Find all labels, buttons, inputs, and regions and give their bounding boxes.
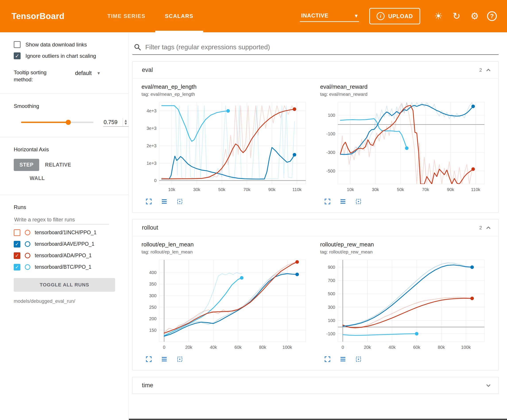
tag-filter-input[interactable] (145, 43, 497, 51)
tooltip-sorting-select[interactable]: default ▾ (75, 69, 100, 76)
svg-text:30k: 30k (372, 187, 379, 192)
section-body-eval: eval/mean_ep_length tag: eval/mean_ep_le… (133, 78, 498, 212)
chevron-down-icon: ▾ (97, 70, 100, 76)
section-header-rollout[interactable]: rollout 2 (133, 219, 498, 236)
run-checkbox[interactable]: ✓ (14, 264, 20, 270)
toggle-all-runs-button[interactable]: TOGGLE ALL RUNS (14, 278, 115, 292)
line-chart[interactable]: -500-300-10010010k30k50k70k90k110k (320, 99, 488, 194)
horizontal-axis-buttons-row2: WALL (0, 172, 129, 185)
header-actions: INACTIVE ▾ i UPLOAD ☀ ↻ ⚙ ? (300, 0, 497, 32)
chart-rollout-ep-rew-mean: rollout/ep_rew_mean tag: rollout/ep_rew_… (320, 241, 493, 363)
run-label: tensorboard/BTC/PPO_1 (35, 264, 92, 270)
run-checkbox[interactable]: ✓ (14, 241, 20, 248)
slider-thumb[interactable] (66, 120, 71, 125)
lines-icon (161, 198, 168, 205)
info-icon: i (377, 12, 385, 20)
section-header-eval[interactable]: eval 2 (133, 62, 498, 78)
axis-wall-button[interactable]: WALL (24, 172, 50, 185)
axis-relative-button[interactable]: RELATIVE (39, 159, 77, 171)
line-chart[interactable]: -100100300500700900020k40k60k80k100k (320, 257, 488, 352)
expand-card-button[interactable] (340, 198, 346, 205)
svg-text:80k: 80k (259, 345, 266, 350)
run-color-ring (25, 230, 30, 235)
run-label: tensorboard/ADA/PPO_1 (35, 253, 92, 259)
chevron-up-icon[interactable] (485, 225, 492, 231)
horizontal-axis-label: Horizontal Axis (0, 146, 129, 153)
checkbox-label: Ignore outliers in chart scaling (25, 53, 96, 59)
section-header-time[interactable]: time (133, 377, 498, 394)
line-chart[interactable]: 01e+32e+33e+34e+310k30k50k70k90k110k (141, 99, 310, 194)
smoothing-slider[interactable] (21, 122, 93, 123)
chart-toolbar (145, 356, 314, 363)
brightness-icon[interactable]: ☀ (433, 12, 444, 21)
smoothing-value-input[interactable] (103, 118, 123, 126)
fullscreen-icon (324, 198, 331, 205)
section-body-rollout: rollout/ep_len_mean tag: rollout/ep_len_… (133, 236, 498, 370)
run-checkbox[interactable] (14, 229, 20, 236)
ignore-outliers-checkbox[interactable]: ✓ Ignore outliers in chart scaling (0, 52, 129, 59)
tab-time-series[interactable]: TIME SERIES (98, 0, 155, 32)
fullscreen-button[interactable] (145, 356, 152, 363)
fit-domain-button[interactable] (176, 198, 183, 205)
run-row-1inch[interactable]: tensorboard/1INCH/PPO_1 (0, 229, 129, 236)
expand-card-button[interactable] (161, 356, 168, 363)
fullscreen-button[interactable] (145, 198, 152, 205)
svg-text:2e+3: 2e+3 (147, 143, 156, 148)
expand-card-button[interactable] (161, 198, 168, 205)
svg-text:300: 300 (149, 293, 156, 298)
smoothing-label: Smoothing (0, 103, 129, 109)
tab-scalars[interactable]: SCALARS (155, 0, 203, 32)
svg-text:0: 0 (154, 178, 156, 183)
axis-step-button[interactable]: STEP (14, 159, 39, 171)
svg-text:-300: -300 (326, 150, 335, 155)
svg-text:10k: 10k (347, 187, 354, 192)
run-color-ring (25, 264, 30, 270)
refresh-icon[interactable]: ↻ (451, 12, 462, 21)
fit-domain-button[interactable] (176, 356, 183, 363)
run-checkbox[interactable]: ✓ (14, 252, 20, 259)
svg-text:100: 100 (328, 318, 335, 323)
svg-text:-100: -100 (326, 331, 335, 336)
horizontal-axis-buttons: STEP RELATIVE (0, 159, 129, 171)
app-header: TensorBoard TIME SERIES SCALARS INACTIVE… (0, 0, 507, 32)
chart-title: rollout/ep_len_mean (141, 241, 314, 248)
expand-card-button[interactable] (340, 356, 346, 363)
lines-icon (340, 356, 346, 363)
runs-filter-input[interactable] (14, 215, 109, 225)
fit-domain-button[interactable] (355, 356, 362, 363)
section-count: 2 (479, 225, 482, 231)
svg-text:250: 250 (149, 305, 156, 310)
fullscreen-button[interactable] (324, 198, 331, 205)
help-icon[interactable]: ? (487, 11, 497, 21)
svg-text:110k: 110k (292, 187, 302, 192)
chart-toolbar (324, 198, 493, 205)
show-download-links-checkbox[interactable]: Show data download links (0, 41, 129, 48)
stepper-down-icon: ▼ (125, 122, 127, 125)
svg-text:500: 500 (328, 291, 335, 296)
svg-text:70k: 70k (243, 187, 251, 192)
svg-text:1e+3: 1e+3 (147, 161, 156, 166)
run-row-btc[interactable]: ✓ tensorboard/BTC/PPO_1 (0, 264, 129, 270)
tensorboard-app: TensorBoard TIME SERIES SCALARS INACTIVE… (0, 0, 507, 420)
run-label: tensorboard/AAVE/PPO_1 (35, 241, 94, 247)
fullscreen-button[interactable] (324, 356, 331, 363)
chevron-up-icon[interactable] (485, 67, 492, 73)
chevron-down-icon[interactable] (485, 382, 492, 389)
chevron-down-icon: ▾ (355, 12, 358, 19)
runs-directory-label: models/debugged_eval_run/ (0, 298, 129, 304)
svg-text:10k: 10k (168, 187, 175, 192)
fit-domain-button[interactable] (355, 198, 362, 205)
run-row-aave[interactable]: ✓ tensorboard/AAVE/PPO_1 (0, 241, 129, 248)
svg-text:50k: 50k (218, 187, 225, 192)
run-row-ada[interactable]: ✓ tensorboard/ADA/PPO_1 (0, 252, 129, 259)
settings-gear-icon[interactable]: ⚙ (469, 12, 480, 21)
main-tabs: TIME SERIES SCALARS (98, 0, 203, 32)
line-chart[interactable]: 150200250300350400020k40k60k80k100k (141, 257, 310, 352)
svg-text:100k: 100k (461, 345, 471, 350)
chart-title: rollout/ep_rew_mean (320, 241, 493, 248)
fullscreen-icon (145, 198, 152, 205)
smoothing-stepper[interactable]: ▲ ▼ (123, 118, 129, 126)
status-dropdown[interactable]: INACTIVE ▾ (300, 11, 359, 22)
svg-text:40k: 40k (388, 345, 396, 350)
upload-button[interactable]: i UPLOAD (369, 8, 420, 24)
